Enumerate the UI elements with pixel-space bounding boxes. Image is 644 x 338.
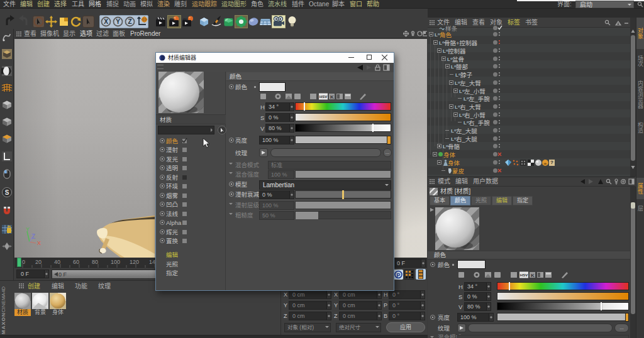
svg-text:Z: Z: [31, 233, 35, 240]
svg-text:Y: Y: [26, 226, 30, 232]
svg-text:HSV: HSV: [319, 95, 327, 99]
svg-text:S: S: [5, 189, 9, 196]
svg-text:X: X: [104, 18, 108, 25]
svg-text:HSV: HSV: [520, 273, 528, 277]
svg-text:Z: Z: [128, 18, 131, 25]
svg-text:K: K: [531, 273, 535, 278]
svg-text:P: P: [396, 272, 400, 278]
svg-text:X: X: [37, 240, 41, 246]
svg-text:Y: Y: [116, 18, 120, 25]
svg-text:K: K: [330, 94, 334, 100]
